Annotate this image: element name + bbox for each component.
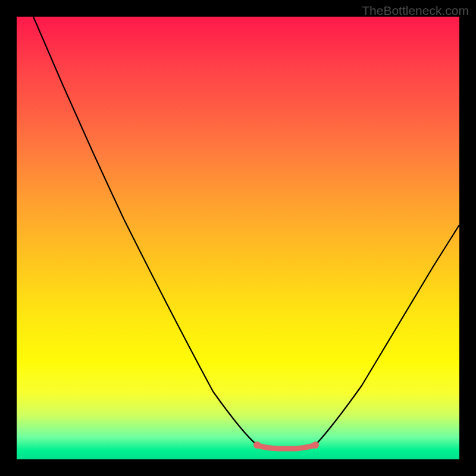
curve-svg [17,17,459,459]
chart-container: TheBottleneck.com [0,0,476,476]
marker-dot-right [312,441,319,449]
marker-dot-left [253,441,261,449]
bottleneck-curve [33,17,459,449]
plot-area [17,17,459,459]
watermark-text: TheBottleneck.com [362,4,469,18]
marker-segment [257,445,315,449]
